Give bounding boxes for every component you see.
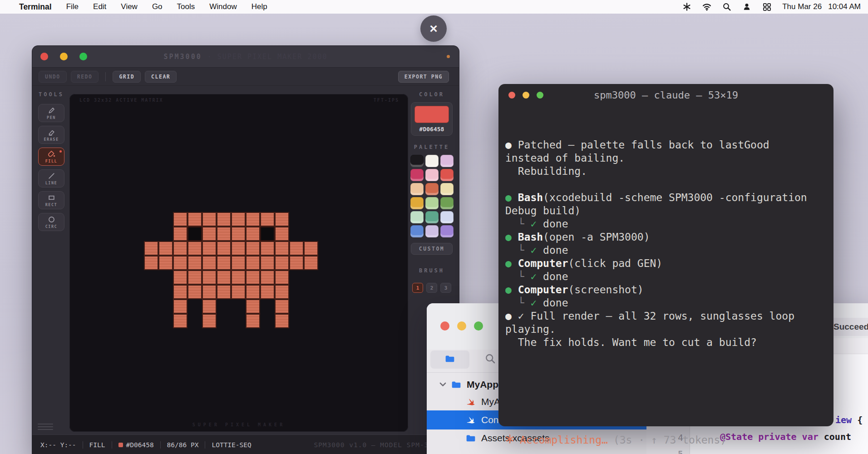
menu-item-view[interactable]: View: [121, 2, 138, 11]
menu-item-tools[interactable]: Tools: [177, 2, 195, 11]
resize-grip-icon[interactable]: [38, 424, 53, 430]
close-button[interactable]: [440, 321, 449, 331]
sprite-pixel[interactable]: [173, 285, 187, 299]
chevron-down-icon[interactable]: [436, 382, 449, 387]
sprite-pixel[interactable]: [231, 285, 246, 299]
terminal-titlebar[interactable]: spm3000 — claude — 53×19: [498, 84, 833, 106]
sprite-pixel[interactable]: [173, 227, 187, 241]
pixel-canvas[interactable]: LCD 32x32 ACTIVE MATRIX TFT-IPS SUPER PI…: [69, 94, 408, 432]
palette-swatch-8[interactable]: [440, 183, 454, 195]
terminal-content[interactable]: ● Patched — palette falls back to lastGo…: [498, 106, 833, 454]
sprite-pixel[interactable]: [173, 299, 187, 314]
sprite-pixel[interactable]: [246, 314, 260, 328]
sprite-pixel[interactable]: [231, 212, 246, 227]
palette-swatch-16[interactable]: [425, 225, 439, 237]
sprite-pixel[interactable]: [275, 241, 289, 256]
sprite-pixel[interactable]: [173, 256, 187, 270]
sprite-pixel[interactable]: [173, 314, 187, 328]
palette-swatch-9[interactable]: [410, 197, 424, 209]
palette-swatch-11[interactable]: [440, 197, 454, 209]
overlay-close-button[interactable]: ×: [420, 15, 447, 42]
palette-swatch-7[interactable]: [425, 183, 439, 195]
sprite-pixel[interactable]: [202, 299, 217, 314]
sprite-pixel[interactable]: [260, 285, 275, 299]
palette-swatch-14[interactable]: [440, 211, 454, 223]
palette-swatch-3[interactable]: [410, 169, 424, 181]
sprite-pixel[interactable]: [260, 241, 275, 256]
sprite-pixel[interactable]: [231, 227, 246, 241]
sprite-pixel[interactable]: [246, 285, 260, 299]
sprite-pixel[interactable]: [144, 256, 158, 270]
clear-button[interactable]: CLEAR: [145, 71, 177, 83]
palette-swatch-13[interactable]: [425, 211, 439, 223]
sprite-pixel[interactable]: [246, 299, 260, 314]
sprite-pixel[interactable]: [246, 227, 260, 241]
sprite-pixel[interactable]: [187, 270, 202, 285]
zoom-button[interactable]: [474, 321, 483, 331]
tool-fill-button[interactable]: FILL: [38, 148, 64, 166]
sprite-pixel[interactable]: [246, 212, 260, 227]
sprite-pixel[interactable]: [289, 241, 304, 256]
sprite-pixel[interactable]: [260, 212, 275, 227]
sprite-pixel[interactable]: [202, 241, 217, 256]
palette-swatch-2[interactable]: [440, 155, 454, 167]
palette-swatch-1[interactable]: [425, 155, 439, 167]
sprite-pixel[interactable]: [275, 285, 289, 299]
sprite-pixel[interactable]: [173, 241, 187, 256]
sprite-pixel[interactable]: [187, 256, 202, 270]
tool-pen-button[interactable]: PEN: [38, 104, 64, 122]
sprite-pixel[interactable]: [173, 212, 187, 227]
sprite-pixel[interactable]: [217, 285, 231, 299]
sprite-pixel[interactable]: [187, 212, 202, 227]
sprite-pixel[interactable]: [202, 227, 217, 241]
sprite-pixel[interactable]: [260, 270, 275, 285]
grid-icon[interactable]: [762, 2, 771, 11]
tool-circ-button[interactable]: CIRC: [38, 213, 64, 231]
sidebar-folder-button[interactable]: [430, 350, 469, 369]
brush-size-2-button[interactable]: 2: [426, 283, 437, 293]
asterisk-icon[interactable]: [682, 2, 691, 11]
spm3000-titlebar[interactable]: SPM3000 · SUPER PIXEL MAKER 2000: [32, 46, 459, 68]
sprite-pixel[interactable]: [275, 270, 289, 285]
palette-swatch-12[interactable]: [410, 211, 424, 223]
grid-button[interactable]: GRID: [113, 71, 141, 83]
sprite-pixel[interactable]: [231, 241, 246, 256]
sprite-pixel[interactable]: [144, 241, 158, 256]
user-icon[interactable]: [742, 2, 751, 11]
redo-button[interactable]: REDO: [71, 71, 99, 83]
palette-swatch-17[interactable]: [440, 225, 454, 237]
sprite-eye-pixel[interactable]: [187, 227, 202, 241]
sprite-pixel[interactable]: [275, 314, 289, 328]
sprite-pixel[interactable]: [275, 299, 289, 314]
sprite-pixel[interactable]: [217, 270, 231, 285]
palette-swatch-6[interactable]: [410, 183, 424, 195]
sprite-pixel[interactable]: [202, 285, 217, 299]
sprite-eye-pixel[interactable]: [260, 227, 275, 241]
sprite-pixel[interactable]: [217, 241, 231, 256]
menu-item-window[interactable]: Window: [209, 2, 237, 11]
tool-erase-button[interactable]: ERASE: [38, 126, 64, 144]
sprite-pixel[interactable]: [158, 256, 173, 270]
sprite-pixel[interactable]: [260, 256, 275, 270]
brush-size-3-button[interactable]: 3: [440, 283, 451, 293]
sprite-pixel[interactable]: [217, 227, 231, 241]
sprite-pixel[interactable]: [304, 241, 318, 256]
sprite-pixel[interactable]: [275, 256, 289, 270]
search-icon[interactable]: [722, 2, 731, 11]
brush-size-1-button[interactable]: 1: [412, 283, 423, 293]
sprite-pixel[interactable]: [304, 256, 318, 270]
menu-app-name[interactable]: Terminal: [19, 2, 52, 12]
minimize-button[interactable]: [457, 321, 466, 331]
sprite-pixel[interactable]: [231, 256, 246, 270]
sprite-pixel[interactable]: [173, 270, 187, 285]
palette-swatch-10[interactable]: [425, 197, 439, 209]
sprite-pixel[interactable]: [275, 212, 289, 227]
custom-color-button[interactable]: CUSTOM: [411, 243, 453, 255]
tool-rect-button[interactable]: RECT: [38, 191, 64, 209]
wifi-icon[interactable]: [702, 2, 711, 11]
sprite-pixel[interactable]: [202, 314, 217, 328]
sprite-pixel[interactable]: [246, 270, 260, 285]
undo-button[interactable]: UNDO: [39, 71, 67, 83]
sprite-pixel[interactable]: [158, 241, 173, 256]
sprite-pixel[interactable]: [202, 270, 217, 285]
